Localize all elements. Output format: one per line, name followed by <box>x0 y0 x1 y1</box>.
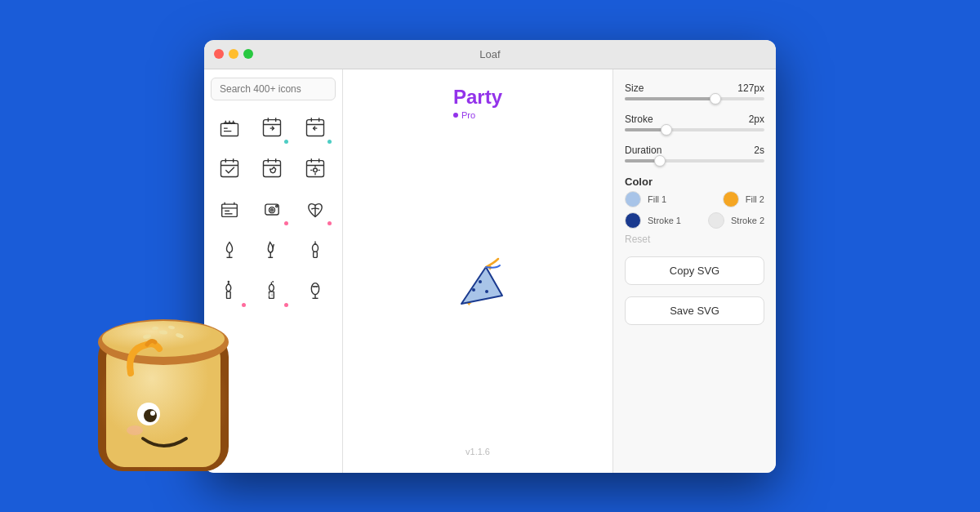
pro-badge: Pro <box>453 110 502 120</box>
fill1-swatch[interactable] <box>625 191 641 207</box>
svg-rect-14 <box>221 160 238 176</box>
list-item[interactable] <box>296 272 334 309</box>
svg-point-71 <box>102 321 225 357</box>
stroke-value: 2px <box>749 114 764 125</box>
svg-point-47 <box>312 244 318 252</box>
window-title: Loaf <box>479 48 500 60</box>
save-svg-button[interactable]: Save SVG <box>625 296 764 325</box>
svg-rect-53 <box>270 292 274 298</box>
pro-dot-icon <box>453 113 458 118</box>
size-value: 127px <box>737 82 764 94</box>
stroke2-swatch[interactable] <box>708 212 724 229</box>
dot-indicator <box>284 140 288 144</box>
svg-point-52 <box>228 281 229 282</box>
dot-indicator <box>327 140 332 144</box>
search-input[interactable] <box>211 78 336 100</box>
icon-preview-area: ✦ ✦ ✦ <box>359 128 596 447</box>
copy-svg-button[interactable]: Copy SVG <box>625 256 764 285</box>
stroke1-label: Stroke 1 <box>648 216 681 225</box>
svg-point-66 <box>479 280 482 283</box>
svg-rect-46 <box>313 252 317 257</box>
list-item[interactable] <box>211 272 248 309</box>
list-item[interactable] <box>253 231 291 269</box>
svg-point-65 <box>472 288 475 292</box>
minimize-button[interactable] <box>229 49 238 59</box>
svg-point-40 <box>276 205 278 207</box>
duration-value: 2s <box>754 145 764 156</box>
svg-point-38 <box>270 207 275 212</box>
toast-mascot <box>82 308 245 496</box>
list-item[interactable] <box>296 149 334 187</box>
svg-rect-0 <box>221 123 238 136</box>
stroke-section: Stroke 2px <box>625 114 764 133</box>
svg-point-50 <box>226 284 231 291</box>
icon-name: Party <box>453 86 502 109</box>
fill1-label: Fill 1 <box>648 194 666 204</box>
stroke-slider-track[interactable] <box>625 128 764 131</box>
close-button[interactable] <box>214 49 224 59</box>
fill2-label: Fill 2 <box>746 194 764 204</box>
duration-label: Duration <box>625 145 662 156</box>
svg-point-26 <box>313 168 317 172</box>
svg-point-67 <box>485 290 488 293</box>
svg-point-79 <box>150 411 155 416</box>
svg-point-54 <box>270 284 274 291</box>
stroke2-label: Stroke 2 <box>731 216 764 225</box>
maximize-button[interactable] <box>243 49 253 59</box>
list-item[interactable] <box>211 109 248 146</box>
main-area: Party Pro ✦ ✦ ✦ <box>343 69 612 473</box>
list-item[interactable] <box>211 190 248 228</box>
reset-button[interactable]: Reset <box>625 234 764 245</box>
duration-slider-track[interactable] <box>625 159 764 163</box>
stroke-label: Stroke <box>625 114 653 125</box>
list-item[interactable] <box>211 231 248 269</box>
fill2-swatch[interactable] <box>723 191 739 207</box>
list-item[interactable] <box>296 231 334 269</box>
duration-section: Duration 2s <box>625 145 764 164</box>
version-label: v1.1.6 <box>466 447 490 456</box>
list-item[interactable] <box>253 149 291 187</box>
size-slider-track[interactable] <box>625 97 764 100</box>
fill1-row: Fill 1 Fill 2 <box>625 191 764 207</box>
window-body: Party Pro ✦ ✦ ✦ <box>204 69 776 473</box>
app-window: Loaf <box>204 40 776 473</box>
svg-point-80 <box>127 425 143 435</box>
right-panel: Size 127px Stroke 2px <box>612 69 776 473</box>
icons-grid <box>211 109 336 309</box>
size-label: Size <box>625 82 644 94</box>
svg-point-78 <box>144 409 157 422</box>
dot-indicator <box>284 303 288 307</box>
svg-rect-49 <box>227 292 231 298</box>
svg-point-59 <box>311 283 318 294</box>
pro-label: Pro <box>461 110 475 120</box>
list-item[interactable] <box>253 190 291 228</box>
stroke1-swatch[interactable] <box>625 212 641 229</box>
stroke1-row: Stroke 1 Stroke 2 <box>625 212 764 229</box>
color-section-title: Color <box>625 176 764 188</box>
traffic-lights <box>214 49 253 59</box>
dot-indicator <box>242 303 246 307</box>
title-bar: Loaf <box>204 40 776 69</box>
party-icon-svg: ✦ ✦ ✦ <box>441 251 514 324</box>
svg-point-56 <box>273 280 274 282</box>
svg-point-39 <box>271 208 274 211</box>
color-section: Color Fill 1 Fill 2 Stroke 1 Stroke 2 Re… <box>625 176 764 245</box>
list-item[interactable] <box>296 190 334 228</box>
size-section: Size 127px <box>625 82 764 102</box>
list-item[interactable] <box>253 272 291 309</box>
list-item[interactable] <box>253 109 291 146</box>
dot-indicator <box>284 221 288 225</box>
list-item[interactable] <box>211 149 248 187</box>
dot-indicator <box>327 221 332 225</box>
list-item[interactable] <box>296 109 334 146</box>
